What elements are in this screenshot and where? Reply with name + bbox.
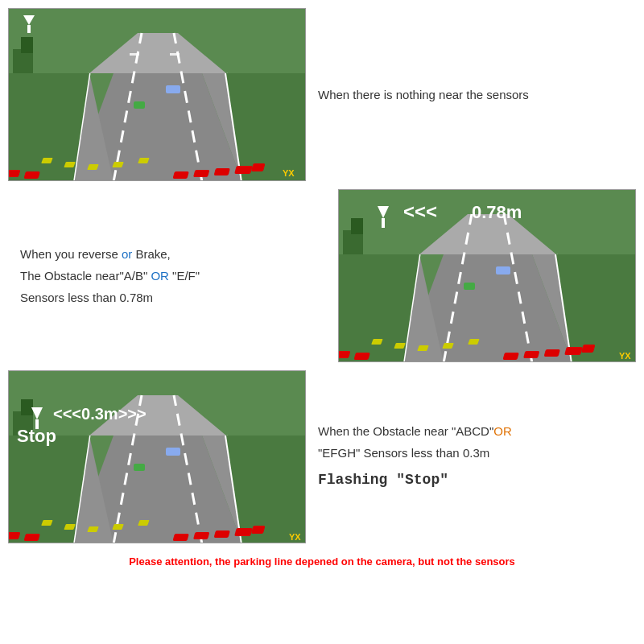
svg-rect-46: [351, 218, 363, 234]
mid-row: When you reverse or Brake, The Obstacle …: [8, 189, 636, 362]
svg-rect-30: [170, 53, 180, 56]
svg-rect-49: [371, 339, 383, 345]
svg-text:0.78m: 0.78m: [472, 202, 522, 222]
svg-rect-18: [112, 162, 124, 167]
svg-rect-87: [138, 520, 150, 526]
svg-text:YX: YX: [283, 168, 295, 178]
top-desc-text: When there is nothing near the sensors: [318, 88, 529, 101]
svg-rect-91: [23, 534, 39, 541]
road-svg-2: YX <<< 0.78m: [339, 190, 636, 362]
svg-rect-48: [464, 283, 475, 290]
svg-rect-62: [581, 345, 596, 353]
svg-rect-92: [172, 534, 188, 541]
road-scene-2: YX <<< 0.78m: [339, 190, 636, 362]
svg-rect-82: [134, 464, 145, 471]
svg-rect-96: [251, 526, 266, 534]
svg-rect-65: [382, 218, 385, 228]
svg-rect-60: [544, 349, 560, 357]
svg-rect-80: [21, 399, 33, 415]
svg-rect-16: [64, 162, 76, 167]
road-scene-3: YX <<<0.3m>>> Stop: [9, 371, 306, 543]
svg-rect-85: [87, 526, 99, 532]
svg-rect-23: [23, 171, 39, 179]
svg-rect-57: [353, 353, 369, 360]
svg-rect-29: [130, 53, 139, 56]
svg-text:<<<: <<<: [403, 200, 437, 222]
top-row: YX When there is nothing near the sensor…: [8, 8, 636, 181]
svg-rect-50: [394, 343, 406, 349]
scene-3-container: YX <<<0.3m>>> Stop: [8, 370, 306, 543]
svg-rect-25: [193, 170, 209, 177]
svg-rect-83: [41, 520, 53, 526]
bot-desc-line3: Flashing "Stop": [318, 467, 624, 493]
scene-1-container: YX: [8, 8, 306, 181]
svg-rect-81: [166, 448, 180, 456]
svg-rect-93: [193, 532, 209, 539]
svg-rect-17: [87, 164, 99, 170]
svg-rect-51: [417, 345, 429, 351]
svg-rect-61: [564, 347, 583, 355]
bot-desc-box: When the Obstacle near "ABCD"OR "EFGH" S…: [306, 412, 636, 501]
svg-text:Stop: Stop: [17, 426, 56, 446]
svg-rect-14: [134, 101, 145, 109]
bottom-notice: Please attention, the parking line depen…: [8, 551, 636, 572]
mid-desc-box: When you reverse or Brake, The Obstacle …: [8, 235, 338, 316]
notice-text: Please attention, the parking line depen…: [129, 555, 515, 568]
svg-rect-58: [502, 353, 518, 360]
svg-rect-28: [251, 163, 266, 171]
svg-rect-56: [339, 351, 350, 358]
svg-rect-52: [442, 343, 454, 349]
svg-rect-22: [9, 170, 20, 177]
scene-2-container: YX <<< 0.78m: [338, 189, 636, 362]
road-svg-3: YX <<<0.3m>>> Stop: [9, 371, 306, 543]
svg-rect-26: [214, 168, 230, 175]
bot-desc-line1: When the Obstacle near "ABCD"OR: [318, 420, 624, 442]
svg-rect-94: [214, 530, 230, 538]
svg-rect-19: [138, 158, 150, 163]
mid-desc-line1: When you reverse or Brake,: [20, 243, 326, 265]
svg-rect-95: [234, 528, 253, 536]
road-svg-1: YX: [9, 9, 306, 181]
svg-rect-15: [41, 158, 53, 163]
mid-desc-line2: The Obstacle near"A/B" OR "E/F": [20, 265, 326, 287]
svg-rect-59: [523, 351, 539, 358]
svg-text:YX: YX: [619, 351, 631, 361]
svg-text:YX: YX: [289, 532, 301, 542]
svg-rect-32: [27, 25, 31, 33]
svg-rect-84: [64, 524, 76, 530]
bot-row: YX <<<0.3m>>> Stop When the Obstacle nea…: [8, 370, 636, 543]
top-desc-box: When there is nothing near the sensors: [306, 77, 636, 113]
svg-rect-90: [9, 532, 20, 539]
svg-rect-86: [112, 524, 124, 530]
svg-rect-24: [172, 171, 188, 179]
svg-rect-27: [234, 166, 253, 174]
svg-rect-53: [468, 339, 480, 345]
svg-rect-13: [166, 85, 180, 93]
svg-text:<<<0.3m>>>: <<<0.3m>>>: [53, 405, 147, 423]
bot-desc-line2: "EFGH" Sensors less than 0.3m: [318, 442, 624, 464]
svg-rect-12: [21, 37, 33, 53]
page-container: YX When there is nothing near the sensor…: [0, 0, 644, 644]
svg-rect-47: [496, 266, 510, 275]
mid-desc-line3: Sensors less than 0.78m: [20, 287, 326, 308]
road-scene-1: YX: [9, 9, 306, 181]
